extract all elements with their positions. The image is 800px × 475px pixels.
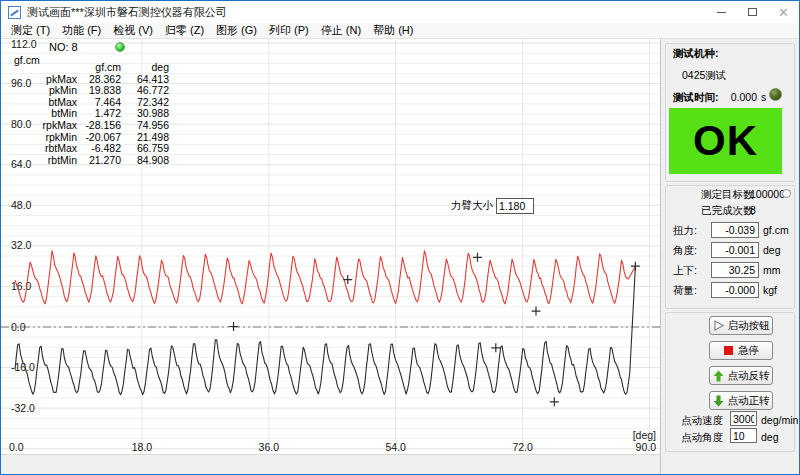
window-title: 测试画面***深圳市磐石测控仪器有限公司 (27, 5, 227, 20)
jog-speed-unit: deg/min (761, 414, 798, 426)
svg-text:18.0: 18.0 (132, 441, 153, 453)
status-bar (1, 454, 660, 474)
menu-item-view[interactable]: 检视 (V) (108, 23, 158, 38)
down-arrow-icon (713, 395, 724, 407)
torque-unit: gf.cm (763, 224, 789, 236)
target-count-value: 100000 (750, 188, 785, 200)
table-row: rbtMin21.27084.908 (25, 155, 169, 167)
maximize-icon (748, 8, 757, 16)
close-button[interactable]: ✕ (768, 1, 799, 23)
app-window: 测试画面***深圳市磐石测控仪器有限公司 ✕ 测定 (T) 功能 (F) 检视 … (0, 0, 800, 475)
menu-item-help[interactable]: 帮助 (H) (368, 23, 418, 38)
svg-text:112.0: 112.0 (11, 39, 37, 50)
menu-item-zero[interactable]: 归零 (Z) (160, 23, 209, 38)
stop-icon (723, 345, 734, 356)
machine-type-value: 0425测试 (682, 69, 726, 83)
svg-text:48.0: 48.0 (11, 199, 32, 211)
up-arrow-icon (713, 370, 724, 382)
maximize-button[interactable] (737, 1, 768, 23)
table-row: rbtMax-6.48266.759 (25, 143, 169, 155)
jog-angle-input[interactable] (730, 428, 757, 443)
torque-value (711, 222, 759, 238)
right-panel: 测试机种: 0425测试 测试时间: 0.000 s OK 测定目标数 1000… (660, 39, 799, 474)
jog-angle-unit: deg (761, 431, 779, 443)
col-header-gfcm: gf.cm (77, 62, 121, 74)
chart-pane: 112.096.080.064.048.032.016.00.0-16.0-32… (1, 39, 660, 454)
col-header-deg: deg (121, 62, 169, 74)
svg-text:0.0: 0.0 (11, 321, 26, 333)
svg-text:36.0: 36.0 (259, 441, 280, 453)
measurement-table: gf.cm deg pkMax28.36264.413 pkMin19.8384… (25, 62, 169, 166)
arm-size-input[interactable] (496, 198, 534, 214)
window-controls: ✕ (706, 1, 799, 23)
machine-type-label: 测试机种: (673, 47, 719, 61)
svg-text:0.0: 0.0 (9, 441, 24, 453)
run-status-led (115, 42, 125, 52)
test-time-led (769, 88, 782, 101)
load-label: 荷量: (673, 284, 697, 298)
angle-value (711, 242, 759, 258)
arm-size-label: 力臂大小 (451, 199, 493, 213)
test-time-unit: s (761, 91, 766, 103)
angle-unit: deg (763, 244, 781, 256)
updown-unit: mm (763, 264, 781, 276)
svg-text:90.0: 90.0 (636, 441, 657, 453)
jog-speed-label: 点动速度 (681, 414, 723, 428)
titlebar: 测试画面***深圳市磐石测控仪器有限公司 ✕ (1, 1, 799, 23)
torque-label: 扭力: (673, 224, 697, 238)
test-time-value: 0.000 (725, 91, 757, 103)
menu-item-function[interactable]: 功能 (F) (57, 23, 106, 38)
jog-forward-button[interactable]: 点动正转 (709, 391, 773, 410)
svg-text:54.0: 54.0 (385, 441, 406, 453)
close-icon: ✕ (778, 6, 789, 19)
main-content: 112.096.080.064.048.032.016.00.0-16.0-32… (1, 39, 799, 474)
jog-reverse-button[interactable]: 点动反转 (709, 366, 773, 385)
load-unit: kgf (763, 284, 777, 296)
jog-speed-input[interactable] (730, 411, 757, 426)
minimize-icon (717, 12, 726, 13)
menu-item-graph[interactable]: 图形 (G) (211, 23, 262, 38)
test-number: NO: 8 (49, 41, 78, 53)
play-icon (713, 320, 724, 331)
updown-value (711, 262, 759, 278)
ok-indicator: OK (669, 108, 782, 174)
svg-text:72.0: 72.0 (512, 441, 533, 453)
completed-count-value: 8 (750, 204, 756, 216)
svg-text:32.0: 32.0 (11, 239, 32, 251)
menu-item-stop[interactable]: 停止 (N) (316, 23, 366, 38)
load-value (711, 282, 759, 298)
completed-count-label: 已完成次数 (701, 204, 754, 218)
app-icon (8, 6, 21, 19)
target-radio[interactable] (782, 189, 791, 198)
svg-text:16.0: 16.0 (11, 280, 32, 292)
menu-item-print[interactable]: 列印 (P) (264, 23, 314, 38)
svg-text:[deg]: [deg] (633, 429, 656, 441)
estop-button[interactable]: 急停 (709, 341, 773, 360)
svg-text:-32.0: -32.0 (11, 402, 35, 414)
start-button[interactable]: 启动按钮 (709, 316, 773, 335)
minimize-button[interactable] (706, 1, 737, 23)
menu-item-measure[interactable]: 测定 (T) (6, 23, 55, 38)
table-header: gf.cm deg (25, 62, 169, 74)
menu-bar: 测定 (T) 功能 (F) 检视 (V) 归零 (Z) 图形 (G) 列印 (P… (1, 23, 799, 39)
angle-label: 角度: (673, 244, 697, 258)
arm-size-group: 力臂大小 (451, 198, 534, 214)
table-row: rpkMax-28.15674.956 (25, 120, 169, 132)
updown-label: 上下: (673, 264, 697, 278)
test-time-label: 测试时间: (673, 91, 719, 105)
target-count-label: 测定目标数 (701, 188, 754, 202)
jog-angle-label: 点动角度 (681, 431, 723, 445)
